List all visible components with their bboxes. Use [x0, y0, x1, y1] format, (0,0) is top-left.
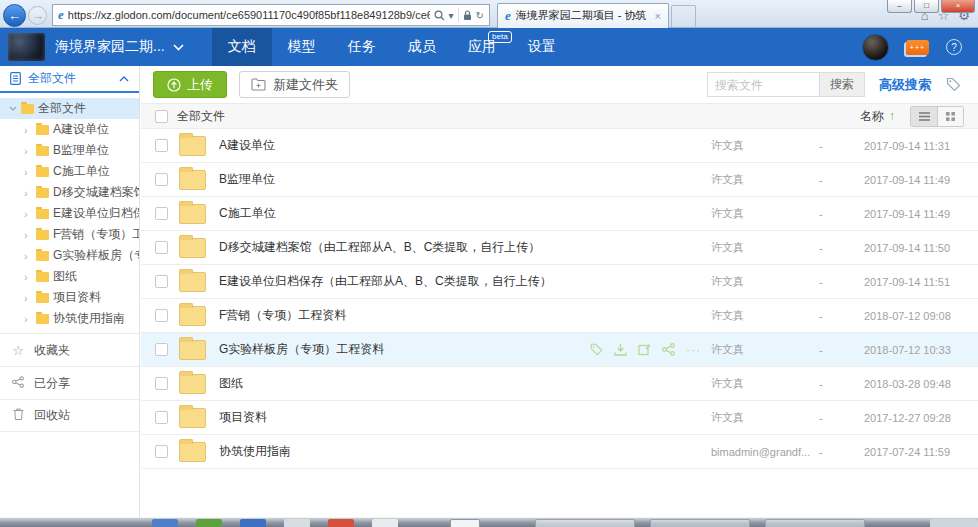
- folder-icon[interactable]: [179, 340, 206, 360]
- nav-item-任务[interactable]: 任务: [332, 28, 392, 66]
- help-icon[interactable]: ?: [946, 39, 962, 55]
- tag-filter-button[interactable]: [946, 77, 961, 92]
- tree-item[interactable]: › C施工单位: [0, 161, 139, 182]
- file-row[interactable]: B监理单位 ··· 许文真 - 2017-09-14: [141, 163, 978, 197]
- taskbar-app-icon[interactable]: [196, 519, 222, 527]
- row-checkbox[interactable]: [155, 309, 168, 322]
- search-input[interactable]: [707, 72, 820, 97]
- row-checkbox[interactable]: [155, 411, 168, 424]
- browser-forward-button[interactable]: →: [28, 6, 47, 25]
- sidebar-item-recycle-bin[interactable]: 回收站: [0, 399, 139, 432]
- refresh-icon[interactable]: ↻: [476, 10, 484, 21]
- chevron-right-icon[interactable]: ›: [24, 208, 32, 220]
- row-checkbox[interactable]: [155, 343, 168, 356]
- tab-close-icon[interactable]: ×: [655, 10, 661, 22]
- chevron-right-icon[interactable]: ›: [24, 124, 32, 136]
- advanced-search-link[interactable]: 高级搜索: [879, 76, 931, 94]
- taskbar-window-button[interactable]: [650, 519, 750, 527]
- rename-icon[interactable]: [638, 343, 651, 356]
- chevron-up-icon[interactable]: [119, 76, 129, 82]
- tree-item[interactable]: › G实验样板房（专项）...: [0, 245, 139, 266]
- chevron-right-icon[interactable]: ›: [24, 187, 32, 199]
- taskbar-app-icon[interactable]: [372, 519, 398, 527]
- folder-icon[interactable]: [179, 272, 206, 292]
- select-all-checkbox[interactable]: [155, 110, 168, 123]
- chevron-right-icon[interactable]: ›: [24, 271, 32, 283]
- file-row[interactable]: C施工单位 ··· 许文真 - 2017-09-14: [141, 197, 978, 231]
- chevron-down-icon[interactable]: [9, 106, 17, 112]
- tree-item[interactable]: › B监理单位: [0, 140, 139, 161]
- folder-icon[interactable]: [179, 442, 206, 462]
- file-name[interactable]: C施工单位: [219, 205, 711, 222]
- nav-item-模型[interactable]: 模型: [272, 28, 332, 66]
- search-dropdown-icon[interactable]: ▾: [449, 10, 454, 21]
- file-row[interactable]: G实验样板房（专项）工程资料 ··· 许文真 - 2: [141, 333, 978, 367]
- sort-by-name-button[interactable]: 名称: [860, 108, 884, 125]
- sidebar-item-shared[interactable]: 已分享: [0, 366, 139, 399]
- folder-icon[interactable]: [179, 306, 206, 326]
- promo-badge-icon[interactable]: +++: [906, 40, 929, 55]
- address-bar[interactable]: e https://xz.glodon.com/document/ce65901…: [52, 4, 490, 26]
- taskbar-app-icon[interactable]: [450, 519, 480, 527]
- folder-icon[interactable]: [179, 238, 206, 258]
- taskbar-app-icon[interactable]: [152, 519, 178, 527]
- new-tab-button[interactable]: [671, 5, 696, 27]
- search-icon[interactable]: [434, 10, 445, 21]
- more-actions-icon[interactable]: ···: [686, 343, 701, 357]
- file-row[interactable]: E建设单位归档保存（由工程部从A、B、C类提取，自行上传） ···: [141, 265, 978, 299]
- file-name[interactable]: E建设单位归档保存（由工程部从A、B、C类提取，自行上传）: [219, 273, 711, 290]
- row-checkbox[interactable]: [155, 173, 168, 186]
- minimize-button[interactable]: –: [887, 0, 912, 13]
- tree-item[interactable]: › D移交城建档案馆（由...: [0, 182, 139, 203]
- row-checkbox[interactable]: [155, 139, 168, 152]
- taskbar-app-icon[interactable]: [328, 519, 354, 527]
- browser-tab[interactable]: e 海境界家园二期项目 - 协筑 ×: [497, 3, 669, 28]
- file-name[interactable]: F营销（专项）工程资料: [219, 307, 711, 324]
- grid-view-button[interactable]: [937, 107, 963, 126]
- tree-item[interactable]: › F营销（专项）工程资料: [0, 224, 139, 245]
- nav-item-成员[interactable]: 成员: [392, 28, 452, 66]
- list-view-button[interactable]: [911, 107, 937, 126]
- project-switcher[interactable]: 海境界家园二期...: [55, 38, 184, 56]
- search-button[interactable]: 搜索: [820, 72, 865, 97]
- file-row[interactable]: 协筑使用指南 ··· bimadmin@grandf...: [141, 435, 978, 469]
- chevron-right-icon[interactable]: ›: [24, 229, 32, 241]
- taskbar-app-icon[interactable]: [240, 519, 266, 527]
- nav-item-文档[interactable]: 文档: [212, 28, 272, 66]
- sort-ascending-icon[interactable]: ↑: [889, 109, 895, 123]
- restore-button[interactable]: □: [914, 0, 939, 13]
- row-checkbox[interactable]: [155, 275, 168, 288]
- browser-back-button[interactable]: ←: [3, 4, 26, 27]
- tree-item[interactable]: › 图纸: [0, 266, 139, 287]
- nav-item-设置[interactable]: 设置: [512, 28, 572, 66]
- chevron-right-icon[interactable]: ›: [24, 313, 32, 325]
- row-checkbox[interactable]: [155, 377, 168, 390]
- folder-icon[interactable]: [179, 136, 206, 156]
- taskbar-tray[interactable]: [930, 519, 978, 527]
- chevron-right-icon[interactable]: ›: [24, 166, 32, 178]
- file-row[interactable]: F营销（专项）工程资料 ··· 许文真 - 2018: [141, 299, 978, 333]
- sidebar-section-all-files[interactable]: 全部文件: [0, 66, 139, 93]
- tree-item[interactable]: › E建设单位归档保存（...: [0, 203, 139, 224]
- download-icon[interactable]: [614, 343, 627, 356]
- tree-item[interactable]: › A建设单位: [0, 119, 139, 140]
- chevron-right-icon[interactable]: ›: [24, 145, 32, 157]
- tree-item-root[interactable]: 全部文件: [0, 98, 139, 119]
- new-folder-button[interactable]: 新建文件夹: [239, 71, 350, 98]
- taskbar-app-icon[interactable]: [284, 519, 310, 527]
- file-name[interactable]: D移交城建档案馆（由工程部从A、B、C类提取，自行上传）: [219, 239, 711, 256]
- tree-item[interactable]: › 协筑使用指南: [0, 308, 139, 329]
- chevron-right-icon[interactable]: ›: [24, 292, 32, 304]
- file-name[interactable]: 协筑使用指南: [219, 443, 711, 460]
- sidebar-item-favorites[interactable]: ☆ 收藏夹: [0, 333, 139, 366]
- share-icon[interactable]: [662, 343, 675, 356]
- row-checkbox[interactable]: [155, 445, 168, 458]
- chevron-right-icon[interactable]: ›: [24, 250, 32, 262]
- file-name[interactable]: A建设单位: [219, 137, 711, 154]
- folder-icon[interactable]: [179, 374, 206, 394]
- folder-icon[interactable]: [179, 408, 206, 428]
- taskbar-window-button[interactable]: [535, 519, 635, 527]
- file-name[interactable]: B监理单位: [219, 171, 711, 188]
- close-button[interactable]: ×: [941, 0, 975, 13]
- nav-item-应用[interactable]: 应用 beta: [452, 28, 512, 66]
